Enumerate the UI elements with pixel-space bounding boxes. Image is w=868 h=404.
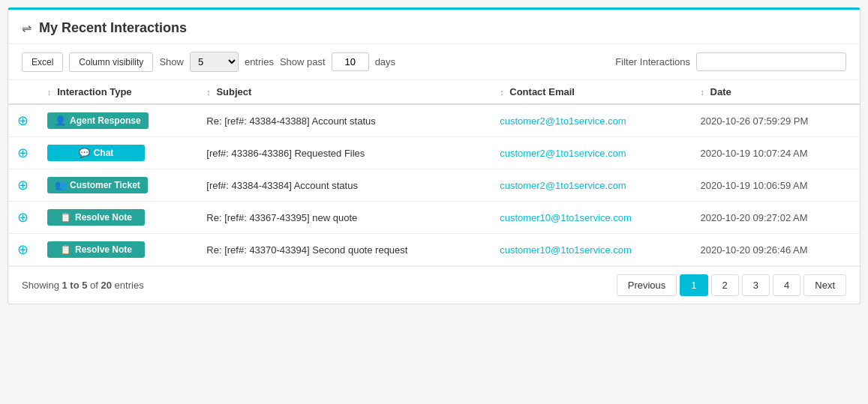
table-row: ⊕👥Customer Ticket[ref#: 43384-43384] Acc… xyxy=(8,169,860,202)
subject-cell: Re: [ref#: 43370-43394] Second quote req… xyxy=(197,234,491,266)
interaction-type-badge: 👥Customer Ticket xyxy=(47,177,148,193)
main-container: ⇌ My Recent Interactions Excel Column vi… xyxy=(8,7,860,304)
interaction-type-badge: 📋Resolve Note xyxy=(47,241,145,258)
add-row-icon[interactable]: ⊕ xyxy=(17,113,29,128)
toolbar: Excel Column visibility Show 5 10 25 50 … xyxy=(8,44,860,80)
page-1-button[interactable]: 1 xyxy=(680,274,707,296)
email-link[interactable]: customer10@1to1service.com xyxy=(500,212,632,223)
interactions-icon: ⇌ xyxy=(22,21,32,35)
show-past-label: Show past xyxy=(280,56,326,67)
email-cell[interactable]: customer10@1to1service.com xyxy=(491,202,691,234)
email-link[interactable]: customer2@1to1service.com xyxy=(500,180,626,191)
interaction-type-badge: 💬Chat xyxy=(47,145,145,161)
pagination: Previous 1 2 3 4 Next xyxy=(617,274,846,296)
page-2-button[interactable]: 2 xyxy=(711,274,739,296)
date-cell: 2020-10-19 10:07:24 AM xyxy=(691,137,860,169)
badge-icon: 👥 xyxy=(55,180,66,190)
show-past-input[interactable] xyxy=(332,52,369,71)
date-cell: 2020-10-26 07:59:29 PM xyxy=(691,104,860,137)
sort-icon-subject: ↕ xyxy=(206,88,211,97)
badge-icon: 👤 xyxy=(55,115,66,126)
badge-icon: 📋 xyxy=(60,212,71,223)
email-cell[interactable]: customer10@1to1service.com xyxy=(491,234,691,266)
previous-button[interactable]: Previous xyxy=(617,274,677,296)
entries-label: entries xyxy=(245,56,274,67)
filter-label: Filter Interactions xyxy=(615,56,690,67)
sort-icon-email: ↕ xyxy=(500,88,504,97)
badge-label: Resolve Note xyxy=(75,244,132,255)
table-row: ⊕📋Resolve NoteRe: [ref#: 43367-43395] ne… xyxy=(8,202,860,234)
add-row-icon[interactable]: ⊕ xyxy=(17,242,29,257)
subject-cell: Re: [ref#: 43367-43395] new quote xyxy=(197,202,491,234)
date-cell: 2020-10-20 09:26:46 AM xyxy=(691,234,860,266)
subject-cell: Re: [ref#: 43384-43388] Account status xyxy=(197,104,491,137)
header: ⇌ My Recent Interactions xyxy=(8,10,860,44)
table-row: ⊕👤Agent ResponseRe: [ref#: 43384-43388] … xyxy=(8,104,860,137)
interaction-type-badge: 📋Resolve Note xyxy=(47,209,145,226)
page-4-button[interactable]: 4 xyxy=(773,274,800,296)
entries-select[interactable]: 5 10 25 50 xyxy=(190,52,239,72)
col-subject: ↕ Subject xyxy=(197,80,491,104)
email-link[interactable]: customer2@1to1service.com xyxy=(500,115,626,127)
badge-label: Customer Ticket xyxy=(70,180,140,190)
badge-label: Resolve Note xyxy=(75,212,132,223)
badge-label: Agent Response xyxy=(70,115,141,126)
column-visibility-button[interactable]: Column visibility xyxy=(69,52,153,72)
col-contact-email: ↕ Contact Email xyxy=(491,80,691,104)
page-title: My Recent Interactions xyxy=(39,20,187,36)
table-row: ⊕💬Chat[ref#: 43386-43386] Requested File… xyxy=(8,137,860,169)
add-row-icon[interactable]: ⊕ xyxy=(17,145,29,160)
add-row-icon[interactable]: ⊕ xyxy=(17,210,29,225)
next-button[interactable]: Next xyxy=(803,274,846,296)
excel-button[interactable]: Excel xyxy=(22,52,63,72)
col-add xyxy=(8,80,38,104)
col-interaction-type: ↕ Interaction Type xyxy=(38,80,197,104)
sort-icon-date: ↕ xyxy=(700,88,704,97)
subject-cell: [ref#: 43386-43386] Requested Files xyxy=(197,137,491,169)
days-label: days xyxy=(375,56,395,67)
date-cell: 2020-10-20 09:27:02 AM xyxy=(691,202,860,234)
show-label: Show xyxy=(159,56,184,67)
interaction-type-badge: 👤Agent Response xyxy=(47,112,149,129)
subject-cell: [ref#: 43384-43384] Account status xyxy=(197,169,491,202)
page-3-button[interactable]: 3 xyxy=(742,274,770,296)
badge-icon: 📋 xyxy=(60,244,71,255)
sort-icon-type: ↕ xyxy=(47,88,52,97)
table-row: ⊕📋Resolve NoteRe: [ref#: 43370-43394] Se… xyxy=(8,234,860,266)
email-link[interactable]: customer10@1to1service.com xyxy=(500,244,632,256)
add-row-icon[interactable]: ⊕ xyxy=(17,178,29,193)
col-date: ↕ Date xyxy=(691,80,860,104)
showing-text: Showing 1 to 5 of 20 entries xyxy=(22,280,144,291)
email-link[interactable]: customer2@1to1service.com xyxy=(500,148,626,159)
email-cell[interactable]: customer2@1to1service.com xyxy=(491,169,691,202)
table-footer: Showing 1 to 5 of 20 entries Previous 1 … xyxy=(8,266,860,304)
email-cell[interactable]: customer2@1to1service.com xyxy=(491,104,691,137)
email-cell[interactable]: customer2@1to1service.com xyxy=(491,137,691,169)
filter-input[interactable] xyxy=(696,52,846,71)
badge-label: Chat xyxy=(94,148,114,158)
badge-icon: 💬 xyxy=(79,148,90,158)
interactions-table: ↕ Interaction Type ↕ Subject ↕ Contact E… xyxy=(8,80,860,266)
date-cell: 2020-10-19 10:06:59 AM xyxy=(691,169,860,202)
